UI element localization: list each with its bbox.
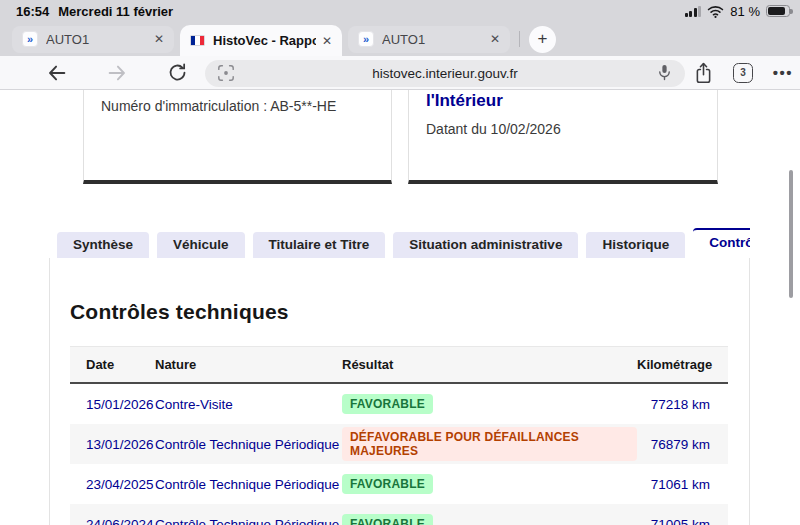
browser-tab-strip: »AUTO1✕HistoVec - Rapport vend✕»AUTO1✕ + <box>0 22 800 56</box>
registration-card: Numéro d'immatriculation : AB-5**-HE <box>83 90 392 184</box>
battery-percent-label: 81 % <box>730 4 760 19</box>
tab-overview-button[interactable]: 3 <box>733 63 753 83</box>
tab-strip-divider <box>519 31 520 47</box>
technical-inspections-table: DateNatureRésultatKilométrage 15/01/2026… <box>70 346 728 525</box>
report-tab-v-hicule[interactable]: Véhicule <box>157 232 245 258</box>
report-tab-situation-administrative[interactable]: Situation administrative <box>393 232 578 258</box>
report-tab-titulaire-et-titre[interactable]: Titulaire et Titre <box>253 232 386 258</box>
inspection-result-cell: FAVORABLE <box>342 514 637 525</box>
inspection-date: 24/06/2024 <box>70 517 155 525</box>
report-tab-contr-les-techniques[interactable]: Contrôles techniques <box>693 228 750 258</box>
column-header-nature: Nature <box>155 357 342 372</box>
more-menu-icon[interactable]: ••• <box>770 62 796 84</box>
browser-tab[interactable]: »AUTO1✕ <box>348 26 510 53</box>
status-date: Mercredi 11 février <box>58 4 173 19</box>
inspection-kilometrage: 76879 km <box>637 437 728 452</box>
table-row: 24/06/2024Contrôle Technique PériodiqueF… <box>70 504 728 525</box>
inspection-result-cell: FAVORABLE <box>342 474 637 494</box>
inspection-kilometrage: 77218 km <box>637 397 728 412</box>
share-icon[interactable] <box>693 61 715 85</box>
inspection-nature: Contrôle Technique Périodique <box>155 437 342 452</box>
close-tab-icon[interactable]: ✕ <box>490 32 500 46</box>
new-tab-button[interactable]: + <box>529 26 556 53</box>
browser-tab-title: HistoVec - Rapport vend <box>213 33 316 48</box>
status-indicators: 81 % <box>685 4 790 18</box>
column-header-r-sultat: Résultat <box>342 357 637 372</box>
report-tabs: SynthèseVéhiculeTitulaire et TitreSituat… <box>57 228 750 258</box>
browser-nav-bar: histovec.interieur.gouv.fr 3 ••• <box>0 56 800 90</box>
microphone-icon[interactable] <box>655 63 674 82</box>
browser-tab-title: AUTO1 <box>46 32 148 47</box>
certificate-date: Datant du 10/02/2026 <box>426 121 561 137</box>
report-tab-synth-se[interactable]: Synthèse <box>57 232 149 258</box>
inspection-date: 13/01/2026 <box>70 437 155 452</box>
certificate-title: l'Intérieur <box>426 91 503 111</box>
result-badge: FAVORABLE <box>342 394 433 414</box>
status-bar: 16:54Mercredi 11 février 81 % <box>0 0 800 22</box>
status-time: 16:54 <box>16 4 49 19</box>
inspection-kilometrage: 71061 km <box>637 477 728 492</box>
web-page-content: Numéro d'immatriculation : AB-5**-HE l'I… <box>0 90 800 525</box>
inspection-result-cell: DÉFAVORABLE POUR DÉFAILLANCES MAJEURES <box>342 427 637 461</box>
cellular-signal-icon <box>685 6 702 17</box>
france-flag-favicon <box>190 35 205 46</box>
close-tab-icon[interactable]: ✕ <box>322 34 332 48</box>
inspection-nature: Contrôle Technique Périodique <box>155 517 342 525</box>
status-clock: 16:54Mercredi 11 février <box>16 4 173 19</box>
inspection-nature: Contrôle Technique Périodique <box>155 477 342 492</box>
browser-chrome: 16:54Mercredi 11 février 81 % »AUTO1✕His… <box>0 0 800 56</box>
registration-number-label: Numéro d'immatriculation : AB-5**-HE <box>101 98 336 114</box>
auto1-favicon: » <box>358 31 374 47</box>
inspection-result-cell: FAVORABLE <box>342 394 637 414</box>
inspection-kilometrage: 71005 km <box>637 517 728 525</box>
address-bar[interactable]: histovec.interieur.gouv.fr <box>205 60 685 87</box>
wifi-icon <box>707 5 724 18</box>
inspection-date: 23/04/2025 <box>70 477 155 492</box>
column-header-date: Date <box>70 357 155 372</box>
page-scrollbar[interactable] <box>789 170 793 298</box>
browser-tab[interactable]: HistoVec - Rapport vend✕ <box>180 25 342 56</box>
browser-tab[interactable]: »AUTO1✕ <box>12 26 174 53</box>
inspection-date: 15/01/2026 <box>70 397 155 412</box>
section-heading: Contrôles techniques <box>70 300 289 324</box>
back-button[interactable] <box>46 62 68 84</box>
inspection-nature: Contre-Visite <box>155 397 342 412</box>
result-badge: FAVORABLE <box>342 514 433 525</box>
table-header-row: DateNatureRésultatKilométrage <box>70 346 728 384</box>
certificate-card: l'Intérieur Datant du 10/02/2026 <box>408 90 718 184</box>
close-tab-icon[interactable]: ✕ <box>154 32 164 46</box>
table-row: 15/01/2026Contre-VisiteFAVORABLE77218 km <box>70 384 728 424</box>
browser-tab-title: AUTO1 <box>382 32 484 47</box>
table-row: 13/01/2026Contrôle Technique PériodiqueD… <box>70 424 728 464</box>
report-tab-historique[interactable]: Historique <box>586 232 685 258</box>
result-badge: DÉFAVORABLE POUR DÉFAILLANCES MAJEURES <box>342 427 637 461</box>
url-text[interactable]: histovec.interieur.gouv.fr <box>245 60 645 87</box>
auto1-favicon: » <box>22 31 38 47</box>
forward-button[interactable] <box>106 62 128 84</box>
battery-icon <box>766 5 790 17</box>
result-badge: FAVORABLE <box>342 474 433 494</box>
column-header-kilom-trage: Kilométrage <box>637 357 730 372</box>
reload-button[interactable] <box>167 62 189 84</box>
page-settings-icon[interactable] <box>217 64 235 82</box>
table-row: 23/04/2025Contrôle Technique PériodiqueF… <box>70 464 728 504</box>
